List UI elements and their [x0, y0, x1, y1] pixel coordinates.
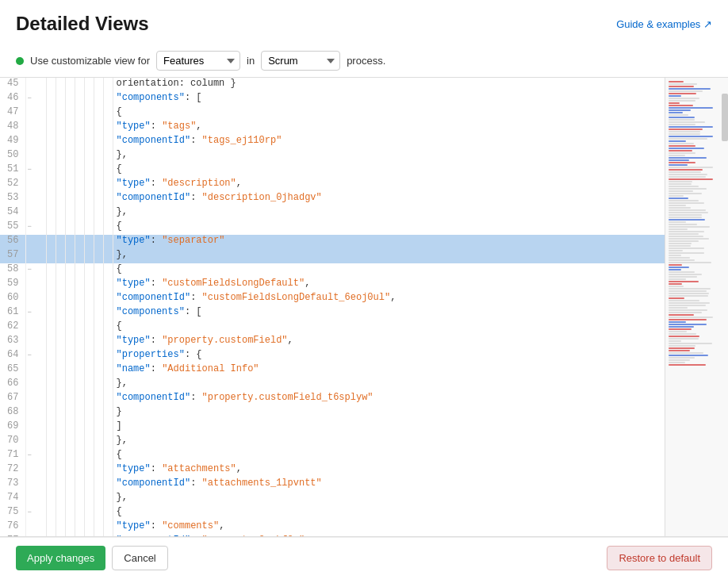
indent-col-4 [75, 135, 84, 149]
indent-col-1 [46, 435, 56, 449]
indent-col-1 [46, 278, 56, 292]
fold-cell[interactable]: − [25, 221, 36, 235]
minimap-thumb[interactable] [722, 94, 728, 141]
indent-col-6 [94, 349, 103, 363]
fold-cell [25, 492, 36, 506]
line-number: 66 [0, 378, 25, 392]
indent-col-4 [75, 320, 84, 335]
code-content: "components": [ [113, 306, 665, 320]
fold-icon[interactable]: − [28, 94, 32, 102]
indent-col-1 [46, 135, 56, 149]
indent-col-2 [56, 221, 65, 235]
code-content: "type": "property.customField", [113, 335, 665, 349]
fold-cell [25, 249, 36, 263]
indent-col-2 [56, 420, 65, 435]
cancel-button[interactable]: Cancel [112, 546, 167, 570]
fold-cell[interactable]: − [25, 263, 36, 278]
fold-icon[interactable]: − [28, 508, 32, 516]
fold-cell[interactable]: − [25, 163, 36, 178]
table-row: 59"type": "customFieldsLongDefault", [0, 278, 665, 292]
code-content: }, [113, 492, 665, 506]
indent-col-4 [75, 335, 84, 349]
line-number: 72 [0, 463, 25, 478]
indent-col-6 [94, 135, 103, 149]
line-number: 46 [0, 92, 25, 106]
guide-examples-link[interactable]: Guide & examples [616, 18, 712, 30]
line-number: 64 [0, 349, 25, 363]
indent-col-2 [56, 249, 65, 263]
apply-changes-button[interactable]: Apply changes [16, 546, 105, 570]
restore-default-button[interactable]: Restore to default [607, 546, 712, 570]
indent-col-0 [36, 420, 46, 435]
indent-col-4 [75, 192, 84, 206]
page-title: Detailed Views [16, 13, 149, 35]
indent-col-3 [65, 206, 75, 221]
line-number: 47 [0, 106, 25, 121]
indent-col-2 [56, 192, 65, 206]
indent-col-0 [36, 78, 46, 92]
indent-col-0 [36, 278, 46, 292]
indent-col-4 [75, 92, 84, 106]
indent-col-4 [75, 149, 84, 163]
fold-cell [25, 320, 36, 335]
indent-col-7 [103, 221, 113, 235]
code-content: "componentId": "property.customField_t6s… [113, 392, 665, 406]
fold-icon[interactable]: − [28, 266, 32, 274]
indent-col-4 [75, 363, 84, 378]
indent-col-2 [56, 435, 65, 449]
indent-col-7 [103, 320, 113, 335]
fold-cell [25, 78, 36, 92]
indent-col-5 [84, 206, 94, 221]
indent-col-4 [75, 221, 84, 235]
fold-cell [25, 378, 36, 392]
table-row: 62{ [0, 320, 665, 335]
indent-col-6 [94, 206, 103, 221]
indent-col-0 [36, 163, 46, 178]
indent-col-3 [65, 121, 75, 135]
indent-col-2 [56, 520, 65, 535]
indent-col-5 [84, 492, 94, 506]
code-content: { [113, 106, 665, 121]
fold-icon[interactable]: − [28, 166, 32, 174]
fold-cell[interactable]: − [25, 506, 36, 520]
table-row: 57}, [0, 249, 665, 263]
indent-col-7 [103, 349, 113, 363]
process-select[interactable]: Scrum Kanban SAFe [261, 51, 340, 71]
indent-col-1 [46, 221, 56, 235]
indent-col-6 [94, 292, 103, 306]
indent-col-4 [75, 349, 84, 363]
indent-col-4 [75, 506, 84, 520]
indent-col-5 [84, 163, 94, 178]
fold-icon[interactable]: − [28, 351, 32, 359]
fold-cell [25, 520, 36, 535]
code-content: orientation: column } [113, 78, 665, 92]
code-content: "type": "description", [113, 178, 665, 192]
indent-col-7 [103, 135, 113, 149]
indent-col-4 [75, 378, 84, 392]
fold-cell[interactable]: − [25, 92, 36, 106]
fold-cell[interactable]: − [25, 349, 36, 363]
table-row: 75−{ [0, 506, 665, 520]
indent-col-4 [75, 406, 84, 420]
line-number: 73 [0, 478, 25, 492]
line-number: 59 [0, 278, 25, 292]
indent-col-5 [84, 392, 94, 406]
table-row: 46−"components": [ [0, 92, 665, 106]
indent-col-1 [46, 520, 56, 535]
indent-col-3 [65, 535, 75, 536]
indent-col-7 [103, 235, 113, 249]
code-panel[interactable]: 45orientation: column }46−"components": … [0, 78, 665, 536]
fold-icon[interactable]: − [28, 451, 32, 459]
code-content: "type": "customFieldsLongDefault", [113, 278, 665, 292]
fold-icon[interactable]: − [28, 309, 32, 317]
fold-icon[interactable]: − [28, 223, 32, 231]
fold-cell[interactable]: − [25, 306, 36, 320]
indent-col-6 [94, 478, 103, 492]
indent-col-0 [36, 335, 46, 349]
indent-col-4 [75, 463, 84, 478]
indent-col-7 [103, 206, 113, 221]
minimap [665, 78, 728, 536]
entity-select[interactable]: Features User Stories Bugs Tasks [156, 51, 240, 71]
fold-cell[interactable]: − [25, 449, 36, 463]
indent-col-3 [65, 506, 75, 520]
